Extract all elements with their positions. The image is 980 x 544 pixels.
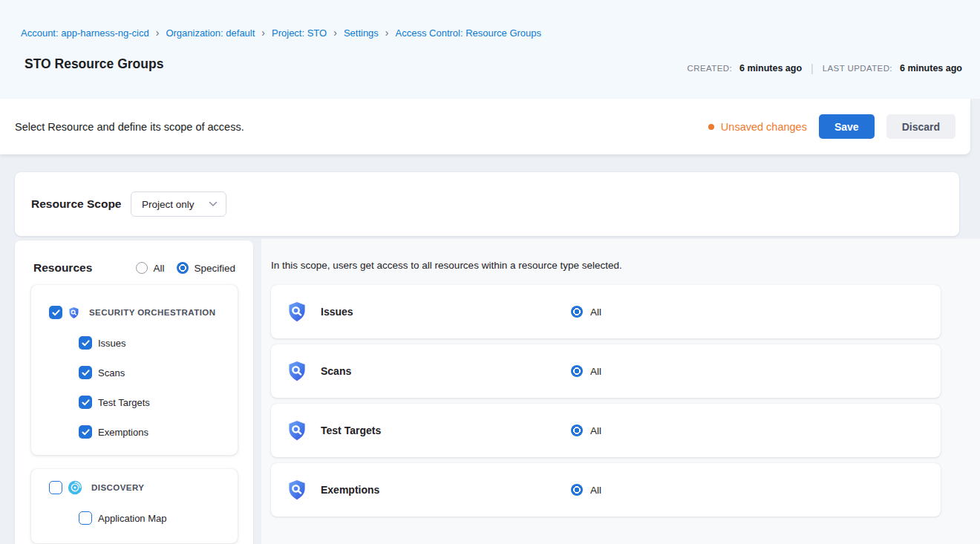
checkbox-exemptions[interactable] — [79, 425, 92, 439]
resource-groups-list: SECURITY ORCHESTRATIONIssuesScansTest Ta… — [31, 285, 238, 543]
resource-row-label-scans: Scans — [321, 365, 351, 377]
header-meta: CREATED: 6 minutes ago | LAST UPDATED: 6… — [687, 62, 962, 74]
resource-scope-card: Resource Scope Project only — [15, 172, 959, 236]
breadcrumb-link-access-control[interactable]: Access Control: Resource Groups — [396, 27, 542, 39]
resources-radio-option-specified[interactable]: Specified — [177, 262, 235, 274]
resource-item-label-test-targets: Test Targets — [98, 397, 150, 408]
resource-item-label-application-map: Application Map — [98, 513, 167, 524]
breadcrumb-link-organization[interactable]: Organization: default — [166, 27, 255, 39]
resource-scope-label: Resource Scope — [31, 172, 121, 236]
resource-row-issues: IssuesAll — [271, 285, 941, 338]
checkbox-scans[interactable] — [79, 366, 92, 379]
breadcrumb-separator-icon: › — [333, 27, 337, 38]
radio-label-all: All — [153, 263, 164, 274]
resource-row-label-issues: Issues — [321, 306, 353, 318]
resources-filter-radios: AllSpecified — [136, 262, 235, 274]
resource-scope-dropdown[interactable]: Project only — [131, 191, 226, 217]
discovery-icon — [68, 480, 82, 495]
resource-row-exemptions: ExemptionsAll — [271, 463, 941, 517]
access-radio-group-exemptions[interactable]: All — [571, 463, 601, 517]
resource-row-label-test-targets: Test Targets — [321, 425, 381, 436]
resource-row-inner-scans: Scans — [271, 344, 941, 398]
sto-shield-icon — [68, 307, 80, 319]
unsaved-changes-indicator: Unsaved changes — [708, 121, 807, 133]
checkbox-issues[interactable] — [79, 336, 92, 350]
resource-scope-selected-value: Project only — [142, 199, 195, 210]
breadcrumb-separator-icon: › — [261, 27, 265, 38]
resource-row-inner-exemptions: Exemptions — [271, 463, 941, 517]
breadcrumb-link-account[interactable]: Account: app-harness-ng-cicd — [21, 27, 149, 39]
access-radio-icon-issues[interactable] — [571, 306, 583, 318]
resource-row-label-exemptions: Exemptions — [321, 484, 379, 496]
breadcrumb: Account: app-harness-ng-cicd›Organizatio… — [21, 27, 541, 39]
chevron-down-icon — [209, 201, 218, 207]
unsaved-changes-label: Unsaved changes — [721, 121, 807, 133]
discard-button[interactable]: Discard — [886, 114, 956, 139]
resource-group-card-discovery: DISCOVERYApplication Map — [31, 469, 238, 543]
access-radio-group-issues[interactable]: All — [571, 285, 601, 338]
resource-item-test-targets[interactable]: Test Targets — [31, 387, 238, 417]
access-radio-icon-test-targets[interactable] — [571, 425, 583, 436]
toolbar-actions: Unsaved changes Save Discard — [708, 99, 956, 154]
last-updated-value: 6 minutes ago — [900, 63, 962, 73]
access-label-test-targets: All — [590, 425, 601, 436]
resource-item-issues[interactable]: Issues — [31, 328, 238, 358]
checkbox-discovery[interactable] — [49, 481, 62, 494]
access-label-scans: All — [590, 366, 601, 377]
group-label-security-orchestration: SECURITY ORCHESTRATION — [89, 308, 216, 317]
resources-sidebar: Resources AllSpecified SECURITY ORCHESTR… — [15, 240, 253, 544]
scope-main-panel: In this scope, users get access to all r… — [261, 239, 980, 544]
checkbox-application-map[interactable] — [79, 511, 92, 525]
checkbox-test-targets[interactable] — [79, 396, 92, 409]
meta-divider: | — [809, 62, 815, 74]
actions-toolbar: Select Resource and define its scope of … — [0, 99, 970, 154]
sto-shield-icon — [286, 360, 308, 382]
resource-item-label-scans: Scans — [98, 367, 125, 378]
breadcrumb-separator-icon: › — [156, 27, 160, 38]
radio-label-specified: Specified — [194, 263, 235, 274]
resource-item-application-map[interactable]: Application Map — [31, 503, 238, 533]
resources-title: Resources — [33, 261, 92, 275]
resource-row-inner-test-targets: Test Targets — [271, 404, 941, 457]
access-radio-icon-scans[interactable] — [571, 365, 583, 377]
resource-row-inner-issues: Issues — [271, 285, 941, 338]
unsaved-dot-icon — [708, 124, 714, 130]
resource-groups-page: Account: app-harness-ng-cicd›Organizatio… — [0, 0, 980, 544]
created-label: CREATED: — [687, 64, 733, 73]
breadcrumb-link-settings[interactable]: Settings — [344, 27, 379, 39]
save-button[interactable]: Save — [819, 114, 875, 139]
page-header: Account: app-harness-ng-cicd›Organizatio… — [0, 0, 980, 99]
resource-row-scans: ScansAll — [271, 344, 941, 398]
resource-item-scans[interactable]: Scans — [31, 358, 238, 387]
breadcrumb-separator-icon: › — [385, 27, 389, 38]
checkbox-security-orchestration[interactable] — [49, 306, 62, 319]
sto-shield-icon — [286, 419, 308, 442]
group-row-discovery[interactable]: DISCOVERY — [31, 476, 238, 499]
last-updated-label: LAST UPDATED: — [823, 64, 892, 73]
group-row-security-orchestration[interactable]: SECURITY ORCHESTRATION — [31, 301, 238, 324]
radio-all-icon[interactable] — [136, 262, 148, 274]
resource-rows: IssuesAllScansAllTest TargetsAllExemptio… — [271, 285, 941, 522]
page-title: STO Resource Groups — [24, 56, 163, 72]
created-value: 6 minutes ago — [739, 63, 802, 73]
toolbar-description: Select Resource and define its scope of … — [15, 99, 244, 154]
resource-item-label-exemptions: Exemptions — [98, 427, 148, 438]
access-radio-icon-exemptions[interactable] — [571, 484, 583, 496]
resources-sidebar-header: Resources AllSpecified — [15, 240, 253, 275]
resource-item-exemptions[interactable]: Exemptions — [31, 417, 238, 447]
radio-specified-icon[interactable] — [177, 262, 189, 274]
resource-group-card-security-orchestration: SECURITY ORCHESTRATIONIssuesScansTest Ta… — [31, 285, 238, 455]
access-radio-group-test-targets[interactable]: All — [571, 404, 601, 457]
access-label-exemptions: All — [590, 485, 601, 496]
resource-row-test-targets: Test TargetsAll — [271, 404, 941, 457]
sto-shield-icon — [286, 301, 308, 323]
scope-intro-text: In this scope, users get access to all r… — [271, 260, 622, 271]
resource-item-label-issues: Issues — [98, 338, 126, 349]
access-radio-group-scans[interactable]: All — [571, 344, 601, 398]
breadcrumb-link-project[interactable]: Project: STO — [272, 27, 327, 39]
group-label-discovery: DISCOVERY — [91, 483, 144, 492]
sto-shield-icon — [286, 479, 308, 501]
access-label-issues: All — [590, 307, 601, 318]
resources-radio-option-all[interactable]: All — [136, 262, 164, 274]
